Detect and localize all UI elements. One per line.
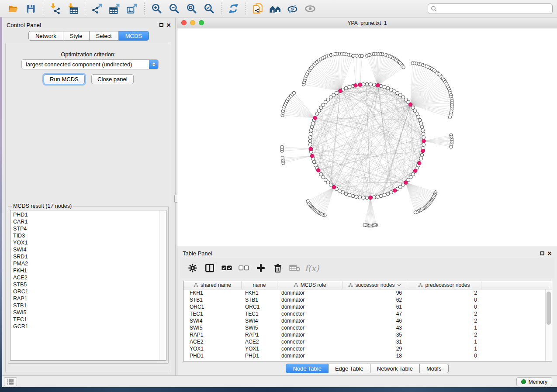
- zoom-selected-button[interactable]: [201, 2, 217, 16]
- mcds-result-item[interactable]: TEC1: [10, 316, 159, 323]
- hide-graphics-details-button[interactable]: [285, 2, 301, 16]
- table-settings-button[interactable]: [186, 261, 199, 275]
- cell-successor-nodes[interactable]: 47: [343, 311, 407, 317]
- deselect-all-columns-button[interactable]: [237, 261, 250, 275]
- table-row[interactable]: SWI5 SWI5 connector 43 1: [183, 324, 552, 331]
- cell-name[interactable]: TEC1: [242, 311, 277, 317]
- network-graph[interactable]: [177, 28, 557, 246]
- cell-shared-name[interactable]: ORC1: [183, 304, 242, 310]
- cell-successor-nodes[interactable]: 43: [343, 325, 407, 331]
- export-network-button[interactable]: [89, 2, 105, 16]
- tab-network-table[interactable]: Network Table: [370, 364, 420, 373]
- mcds-result-item[interactable]: PHD1: [10, 211, 159, 218]
- cell-successor-nodes[interactable]: 18: [343, 353, 407, 359]
- table-row[interactable]: ORC1 ORC1 dominator 61 0: [183, 303, 552, 310]
- mcds-result-item[interactable]: RAP1: [10, 295, 159, 302]
- cell-mcds-role[interactable]: connector: [277, 346, 343, 352]
- close-panel-icon[interactable]: ×: [547, 251, 552, 255]
- mcds-result-item[interactable]: ACE2: [10, 274, 159, 281]
- cell-predecessor-nodes[interactable]: 1: [407, 339, 481, 345]
- tab-node-table[interactable]: Node Table: [286, 364, 329, 373]
- add-column-button[interactable]: [254, 261, 267, 275]
- save-button[interactable]: [23, 2, 38, 16]
- cell-name[interactable]: SWI5: [242, 325, 277, 331]
- toggle-column-view-button[interactable]: [203, 261, 216, 275]
- column-header-name[interactable]: name: [242, 281, 277, 289]
- window-maximize-traffic-light[interactable]: [199, 20, 204, 25]
- cell-name[interactable]: YOX1: [242, 346, 277, 352]
- cell-shared-name[interactable]: FKH1: [183, 290, 242, 296]
- close-panel-icon[interactable]: ×: [166, 23, 171, 27]
- table-scrollbar-thumb[interactable]: [547, 292, 551, 325]
- cell-successor-nodes[interactable]: 61: [343, 304, 407, 310]
- cell-mcds-role[interactable]: dominator: [277, 332, 343, 338]
- memory-button[interactable]: Memory: [516, 377, 552, 386]
- mcds-result-item[interactable]: STP4: [10, 225, 159, 232]
- cell-shared-name[interactable]: SWI5: [183, 325, 242, 331]
- first-neighbors-button[interactable]: [267, 2, 283, 16]
- cell-mcds-role[interactable]: dominator: [277, 297, 343, 303]
- cell-shared-name[interactable]: STB1: [183, 297, 242, 303]
- cell-mcds-role[interactable]: connector: [277, 311, 343, 317]
- cell-shared-name[interactable]: SWI4: [183, 318, 242, 324]
- table-row[interactable]: FKH1 FKH1 dominator 96 2: [183, 289, 552, 296]
- column-header-shared-name[interactable]: shared name: [183, 281, 242, 289]
- zoom-out-button[interactable]: [166, 2, 182, 16]
- table-scrollbar[interactable]: [545, 289, 552, 361]
- select-all-columns-button[interactable]: [220, 261, 233, 275]
- mcds-result-item[interactable]: FKH1: [10, 267, 159, 274]
- mcds-list-scrollbar[interactable]: [159, 210, 166, 360]
- float-panel-icon[interactable]: [540, 251, 544, 255]
- tab-style[interactable]: Style: [63, 31, 90, 41]
- cell-shared-name[interactable]: RAP1: [183, 332, 242, 338]
- cell-mcds-role[interactable]: dominator: [277, 304, 343, 310]
- delete-column-button[interactable]: [271, 261, 284, 275]
- mcds-result-item[interactable]: SWI5: [10, 309, 159, 316]
- tab-edge-table[interactable]: Edge Table: [329, 364, 370, 373]
- column-header-mcds-role[interactable]: MCDS role: [277, 281, 343, 289]
- tab-select[interactable]: Select: [90, 31, 119, 41]
- cell-name[interactable]: PHD1: [242, 353, 277, 359]
- cell-predecessor-nodes[interactable]: 0: [407, 304, 481, 310]
- cell-mcds-role[interactable]: connector: [277, 339, 343, 345]
- float-panel-icon[interactable]: [159, 23, 163, 27]
- cell-name[interactable]: ACE2: [242, 339, 277, 345]
- cell-predecessor-nodes[interactable]: 1: [407, 325, 481, 331]
- table-row[interactable]: TEC1 TEC1 connector 47 2: [183, 310, 552, 317]
- cell-name[interactable]: SWI4: [242, 318, 277, 324]
- cell-predecessor-nodes[interactable]: 2: [407, 318, 481, 324]
- zoom-in-button[interactable]: [149, 2, 164, 16]
- mcds-result-item[interactable]: SWI4: [10, 246, 159, 253]
- import-network-button[interactable]: [47, 2, 63, 16]
- network-canvas[interactable]: [177, 28, 557, 246]
- table-row[interactable]: ACE2 ACE2 connector 31 1: [183, 338, 552, 345]
- mcds-result-item[interactable]: ORC1: [10, 288, 159, 295]
- mcds-result-item[interactable]: PMA2: [10, 260, 159, 267]
- optimization-criterion-select[interactable]: largest connected component (undirected): [21, 59, 159, 69]
- cell-name[interactable]: RAP1: [242, 332, 277, 338]
- table-row[interactable]: YOX1 YOX1 connector 29 1: [183, 345, 552, 352]
- import-table-button[interactable]: [65, 2, 80, 16]
- export-table-button[interactable]: [107, 2, 122, 16]
- cell-mcds-role[interactable]: connector: [277, 325, 343, 331]
- cell-mcds-role[interactable]: dominator: [277, 353, 343, 359]
- mcds-result-item[interactable]: CAR1: [10, 218, 159, 225]
- mcds-result-item[interactable]: TID3: [10, 232, 159, 239]
- cell-predecessor-nodes[interactable]: 0: [407, 297, 481, 303]
- cell-name[interactable]: FKH1: [242, 290, 277, 296]
- window-close-traffic-light[interactable]: [181, 20, 187, 25]
- cell-shared-name[interactable]: YOX1: [183, 346, 242, 352]
- mcds-result-item[interactable]: SRD1: [10, 253, 159, 260]
- mcds-result-item[interactable]: YOX1: [10, 239, 159, 246]
- table-row[interactable]: SWI4 SWI4 dominator 46 2: [183, 317, 552, 324]
- cell-successor-nodes[interactable]: 29: [343, 346, 407, 352]
- delete-table-button[interactable]: [288, 261, 301, 275]
- cell-predecessor-nodes[interactable]: 0: [407, 353, 481, 359]
- cell-shared-name[interactable]: TEC1: [183, 311, 242, 317]
- tab-motifs[interactable]: Motifs: [420, 364, 449, 373]
- run-mcds-button[interactable]: Run MCDS: [44, 74, 85, 84]
- open-folder-button[interactable]: [5, 2, 21, 16]
- table-row[interactable]: STB1 STB1 dominator 62 0: [183, 296, 552, 303]
- zoom-fit-button[interactable]: [183, 2, 199, 16]
- cell-name[interactable]: STB1: [242, 297, 277, 303]
